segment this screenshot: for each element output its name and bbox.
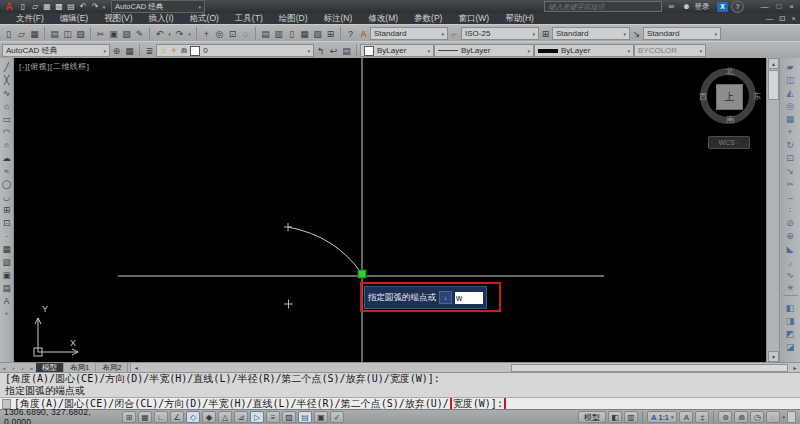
make-object-layer-current-icon[interactable]: ↰ bbox=[314, 44, 327, 57]
linetype-dropdown[interactable]: ByLayer ▾ bbox=[434, 44, 534, 57]
lineweight-dropdown[interactable]: ByLayer ▾ bbox=[534, 44, 634, 57]
construction-line-icon[interactable]: ╳ bbox=[1, 73, 13, 86]
blend-icon[interactable]: ∿ bbox=[783, 268, 798, 281]
stretch-icon[interactable]: ↘ bbox=[783, 164, 798, 177]
table-icon[interactable]: ▤ bbox=[1, 281, 13, 294]
chamfer-icon[interactable]: ◣ bbox=[783, 242, 798, 255]
break-at-point-icon[interactable]: ∶ bbox=[783, 203, 798, 216]
open-icon[interactable]: ▱ bbox=[29, 1, 41, 12]
undo-icon[interactable]: ↶ bbox=[77, 1, 89, 12]
workspace-toolbar-dropdown[interactable]: AutoCAD 经典 ▾ bbox=[2, 44, 110, 57]
snap-mode-toggle[interactable]: ⊞ bbox=[122, 411, 136, 423]
menu-file[interactable]: 文件(F) bbox=[8, 13, 52, 25]
point-icon[interactable]: ∙ bbox=[1, 229, 13, 242]
save-icon[interactable]: ▦ bbox=[41, 1, 53, 12]
qat-more-caret-icon[interactable]: ▾ bbox=[101, 1, 107, 12]
dynamic-input-toggle[interactable]: ▷ bbox=[250, 411, 264, 423]
help-icon[interactable]: ? bbox=[731, 1, 744, 13]
mleader-style-dropdown[interactable]: Standard ▾ bbox=[643, 27, 721, 40]
move-icon[interactable]: + bbox=[783, 125, 798, 138]
viewcube-west-label[interactable]: 西 bbox=[699, 91, 707, 102]
menu-window[interactable]: 窗口(W) bbox=[450, 13, 497, 25]
object-snap-toggle[interactable]: ◇ bbox=[186, 411, 200, 423]
fillet-icon[interactable]: ◞ bbox=[783, 255, 798, 268]
status-menu-caret-icon[interactable]: ▾ bbox=[782, 414, 785, 420]
plot-icon[interactable]: ▤ bbox=[65, 1, 77, 12]
copy-icon[interactable]: ▣ bbox=[107, 27, 120, 40]
line-icon[interactable]: ╱ bbox=[1, 60, 13, 73]
annotation-monitor-toggle[interactable]: ✓ bbox=[330, 411, 344, 423]
redo-caret-icon[interactable]: ▾ bbox=[186, 27, 193, 40]
trim-icon[interactable]: ✂ bbox=[783, 177, 798, 190]
menu-edit[interactable]: 编辑(E) bbox=[52, 13, 96, 25]
lineweight-toggle[interactable]: ≡ bbox=[266, 411, 280, 423]
redo-icon[interactable]: ↷ bbox=[173, 27, 186, 40]
help-icon[interactable]: ? bbox=[344, 27, 357, 40]
offset-icon[interactable]: ◎ bbox=[783, 99, 798, 112]
zoom-window-icon[interactable]: ⊡ bbox=[226, 27, 239, 40]
plot-preview-icon[interactable]: ◫ bbox=[61, 27, 74, 40]
new-icon[interactable]: ▯ bbox=[17, 1, 29, 12]
tab-layout2[interactable]: 布局2 bbox=[96, 363, 128, 373]
autocad-logo-icon[interactable]: A bbox=[2, 1, 16, 12]
horizontal-scrollbar[interactable]: ◂ ▸ bbox=[130, 363, 800, 373]
revcloud-icon[interactable]: ☁ bbox=[1, 151, 13, 164]
quick-view-drawings-icon[interactable]: ▥ bbox=[624, 411, 638, 423]
undo-caret-icon[interactable]: ▾ bbox=[166, 27, 173, 40]
drawing-canvas[interactable]: Y X [-][俯视][二维线框] 北 南 西 东 上 WCS ▾ 指定圆弧的端… bbox=[14, 58, 766, 362]
arc-icon[interactable]: ◠ bbox=[1, 125, 13, 138]
erase-icon[interactable]: ▰ bbox=[783, 60, 798, 73]
object-snap-tracking-toggle[interactable]: △ bbox=[218, 411, 232, 423]
dynamic-input-field[interactable] bbox=[455, 292, 483, 304]
annotation-scale-button[interactable]: A 1:1 ▾ bbox=[647, 411, 677, 423]
explode-icon[interactable]: ☀ bbox=[783, 281, 798, 294]
viewcube-east-label[interactable]: 东 bbox=[753, 91, 761, 102]
layer-thaw-sun-icon[interactable]: ☀ bbox=[170, 46, 177, 55]
horizontal-scroll-thumb[interactable] bbox=[511, 364, 788, 372]
menu-dimension[interactable]: 标注(N) bbox=[316, 13, 361, 25]
dynamic-ucs-toggle[interactable]: ⊿ bbox=[234, 411, 248, 423]
layer-lock-icon[interactable]: ⋒ bbox=[181, 46, 188, 55]
wcs-dropdown[interactable]: WCS ▾ bbox=[708, 136, 750, 149]
layer-properties-icon[interactable]: ≣ bbox=[143, 44, 156, 57]
rectangle-icon[interactable]: ▭ bbox=[1, 112, 13, 125]
exchange-apps-icon[interactable]: X bbox=[717, 2, 728, 12]
markup-icon[interactable]: ▧ bbox=[311, 27, 324, 40]
search-input[interactable] bbox=[544, 1, 662, 12]
vertical-scroll-thumb[interactable] bbox=[768, 70, 779, 100]
extend-icon[interactable]: → bbox=[783, 190, 798, 203]
viewcube-top-face[interactable]: 上 bbox=[716, 84, 743, 110]
insert-block-icon[interactable]: ⊞ bbox=[1, 203, 13, 216]
table-style-dropdown[interactable]: Standard ▾ bbox=[552, 27, 630, 40]
tab-first-button[interactable]: « bbox=[0, 365, 9, 371]
menu-view[interactable]: 视图(V) bbox=[96, 13, 140, 25]
isolate-objects-bulb-icon[interactable]: ☼ bbox=[766, 411, 780, 423]
viewcube-south-label[interactable]: 南 bbox=[698, 114, 762, 125]
layer-on-bulb-icon[interactable]: ☼ bbox=[160, 46, 167, 55]
layer-states-icon[interactable]: ▤ bbox=[340, 44, 353, 57]
doc-minimize-button[interactable]: — bbox=[766, 14, 774, 23]
dim-style-dropdown[interactable]: ISO-25 ▾ bbox=[461, 27, 539, 40]
publish-icon[interactable]: ▧ bbox=[74, 27, 87, 40]
circle-icon[interactable]: ○ bbox=[1, 138, 13, 151]
mleader-style-icon[interactable]: ↘ bbox=[630, 27, 643, 40]
redo-icon[interactable]: ↷ bbox=[89, 1, 101, 12]
close-button[interactable]: × bbox=[789, 2, 794, 11]
coordinates-readout[interactable]: 1306.6890, 327.6802, 0.0000 bbox=[4, 407, 120, 424]
menu-modify[interactable]: 修改(M) bbox=[360, 13, 406, 25]
send-under-icon[interactable]: ◪ bbox=[783, 340, 798, 353]
tab-next-button[interactable]: › bbox=[18, 365, 27, 371]
table-style-icon[interactable]: ⊞ bbox=[539, 27, 552, 40]
menu-format[interactable]: 格式(O) bbox=[182, 13, 227, 25]
menu-tools[interactable]: 工具(T) bbox=[227, 13, 271, 25]
bring-above-icon[interactable]: ◩ bbox=[783, 327, 798, 340]
cut-icon[interactable]: ✂ bbox=[94, 27, 107, 40]
text-style-icon[interactable]: A bbox=[357, 27, 370, 40]
zoom-previous-icon[interactable]: ◌ bbox=[239, 27, 252, 40]
3d-object-snap-toggle[interactable]: ◆ bbox=[202, 411, 216, 423]
performance-icon[interactable]: ◷ bbox=[750, 411, 764, 423]
zoom-realtime-icon[interactable]: ◎ bbox=[213, 27, 226, 40]
text-style-dropdown[interactable]: Standard ▾ bbox=[370, 27, 448, 40]
layer-previous-icon[interactable]: ↩ bbox=[327, 44, 340, 57]
add-selected-icon[interactable]: + bbox=[1, 307, 13, 320]
